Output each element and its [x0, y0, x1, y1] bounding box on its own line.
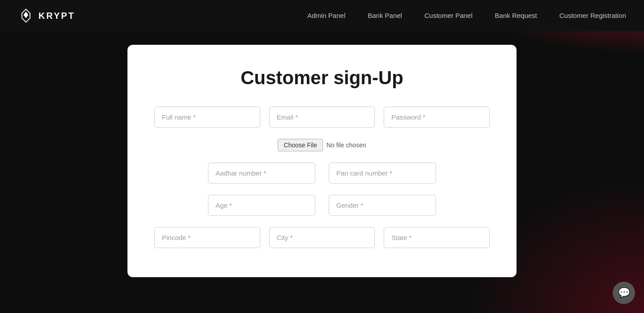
pincode-input[interactable] — [154, 227, 260, 248]
file-chosen-label: No file chosen — [326, 141, 366, 149]
form-row-4 — [154, 195, 490, 216]
nav-links: Admin Panel Bank Panel Customer Panel Ba… — [307, 12, 626, 20]
full-name-input[interactable] — [154, 107, 260, 128]
nav-link-customer-registration[interactable]: Customer Registration — [559, 12, 626, 19]
nav-link-bank[interactable]: Bank Panel — [368, 12, 402, 19]
nav-item-bank-request[interactable]: Bank Request — [495, 12, 537, 20]
pan-input[interactable] — [329, 163, 436, 184]
password-input[interactable] — [384, 107, 490, 128]
gender-input[interactable] — [329, 195, 436, 216]
logo-icon — [18, 8, 34, 24]
navbar: KRYPT Admin Panel Bank Panel Customer Pa… — [0, 0, 644, 31]
nav-item-customer-reg[interactable]: Customer Registration — [559, 12, 626, 20]
choose-file-button[interactable]: Choose File — [278, 139, 323, 151]
main-content: Customer sign-Up Choose File No file cho… — [0, 31, 644, 291]
form-row-5 — [154, 227, 490, 248]
form-title: Customer sign-Up — [154, 67, 490, 89]
nav-link-bank-request[interactable]: Bank Request — [495, 12, 537, 19]
logo-text: KRYPT — [38, 11, 75, 21]
nav-item-admin[interactable]: Admin Panel — [307, 12, 345, 20]
city-input[interactable] — [269, 227, 375, 248]
form-card: Customer sign-Up Choose File No file cho… — [127, 45, 517, 277]
form-row-1 — [154, 107, 490, 128]
nav-item-customer-panel[interactable]: Customer Panel — [424, 12, 473, 20]
aadhar-input[interactable] — [208, 163, 315, 184]
chat-bubble[interactable]: 💬 — [613, 282, 635, 304]
nav-link-admin[interactable]: Admin Panel — [307, 12, 345, 19]
logo-area: KRYPT — [18, 8, 75, 24]
email-input[interactable] — [269, 107, 375, 128]
state-input[interactable] — [384, 227, 490, 248]
file-input-area: Choose File No file chosen — [278, 139, 366, 151]
age-input[interactable] — [208, 195, 315, 216]
nav-link-customer-panel[interactable]: Customer Panel — [424, 12, 473, 19]
svg-marker-1 — [24, 12, 29, 18]
form-row-file: Choose File No file chosen — [154, 139, 490, 151]
nav-item-bank[interactable]: Bank Panel — [368, 12, 402, 20]
form-row-3 — [154, 163, 490, 184]
chat-icon: 💬 — [618, 287, 630, 299]
